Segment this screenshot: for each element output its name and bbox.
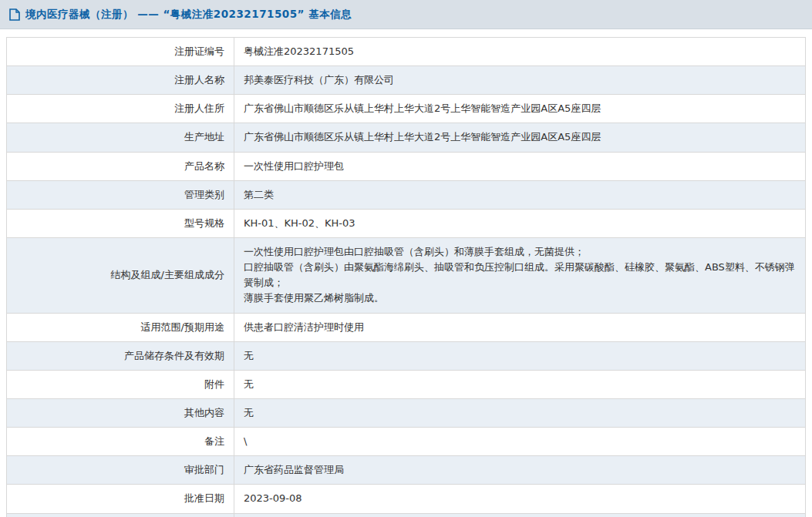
- row-label-text: 备注: [204, 434, 224, 449]
- row-label-text: 管理类别: [184, 187, 224, 203]
- row-value: 广东省佛山市顺德区乐从镇上华村上华大道2号上华智能智造产业园A区A5座四层: [234, 123, 805, 151]
- table-row: 结构及组成/主要组成成分 一次性使用口腔护理包由口腔抽吸管（含刷头）和薄膜手套组…: [7, 238, 805, 314]
- document-icon: [9, 8, 20, 21]
- row-value: 2023-09-08: [234, 514, 805, 517]
- table-row: 审批部门 广东省药品监督管理局: [7, 456, 805, 485]
- row-label: 备注: [7, 428, 234, 455]
- row-value-text: 一次性使用口腔护理包: [244, 159, 344, 174]
- row-label-text: 适用范围/预期用途: [141, 320, 224, 335]
- row-label-text: 其他内容: [184, 405, 224, 421]
- row-label-text: 审批部门: [184, 462, 224, 478]
- row-value-text: 邦美泰医疗科技（广东）有限公司: [244, 72, 394, 88]
- row-value: 广东省佛山市顺德区乐从镇上华村上华大道2号上华智能智造产业园A区A5座四层: [234, 95, 805, 123]
- row-label-text: 注册证编号: [174, 44, 224, 59]
- row-value-text: 广东省药品监督管理局: [244, 462, 344, 478]
- row-value-text: 无: [244, 377, 254, 392]
- row-label-text: 注册人名称: [174, 72, 224, 88]
- row-label: 产品储存条件及有效期: [7, 342, 234, 370]
- row-value-text: 无: [244, 348, 254, 364]
- row-value: 供患者口腔清洁护理时使用: [234, 314, 805, 341]
- row-label: 注册人名称: [7, 66, 234, 94]
- row-label-text: 批准日期: [184, 491, 224, 506]
- table-row: 管理类别 第二类: [7, 181, 805, 210]
- row-label: 结构及组成/主要组成成分: [7, 238, 234, 313]
- row-value-text: 第二类: [244, 187, 274, 203]
- row-label: 适用范围/预期用途: [7, 314, 234, 341]
- row-value: 一次性使用口腔护理包: [234, 153, 805, 180]
- table-row: 注册人住所 广东省佛山市顺德区乐从镇上华村上华大道2号上华智能智造产业园A区A5…: [7, 95, 805, 123]
- row-label: 产品名称: [7, 153, 234, 180]
- row-value: 邦美泰医疗科技（广东）有限公司: [234, 66, 805, 94]
- table-row: 产品储存条件及有效期 无: [7, 342, 805, 371]
- page: 境内医疗器械（注册） —— “粤械注准20232171505” 基本信息 注册证…: [0, 0, 812, 517]
- table-row: 适用范围/预期用途 供患者口腔清洁护理时使用: [7, 314, 805, 342]
- row-value: 第二类: [234, 181, 805, 209]
- row-value-text: 粤械注准20232171505: [244, 44, 354, 59]
- table-row: 生效日期 2023-09-08: [7, 514, 805, 517]
- row-value: 粤械注准20232171505: [234, 38, 805, 65]
- row-label-text: 附件: [204, 377, 224, 392]
- row-value-text: 无: [244, 405, 254, 421]
- row-label-text: 结构及组成/主要组成成分: [111, 267, 224, 283]
- table-row: 附件 无: [7, 371, 805, 399]
- table-row: 其他内容 无: [7, 399, 805, 428]
- row-value: \: [234, 428, 805, 455]
- row-value-text: 供患者口腔清洁护理时使用: [244, 320, 364, 335]
- row-label-text: 产品储存条件及有效期: [124, 348, 224, 364]
- row-value: 无: [234, 371, 805, 398]
- row-value-text: 2023-09-08: [244, 491, 302, 506]
- row-value: 广东省药品监督管理局: [234, 456, 805, 484]
- row-label: 其他内容: [7, 399, 234, 427]
- row-value-text: 一次性使用口腔护理包由口腔抽吸管（含刷头）和薄膜手套组成，无菌提供； 口腔抽吸管…: [244, 244, 796, 307]
- row-label: 生产地址: [7, 123, 234, 151]
- page-title: 境内医疗器械（注册） —— “粤械注准20232171505” 基本信息: [25, 8, 352, 22]
- table-row: 备注 \: [7, 428, 805, 456]
- row-label: 管理类别: [7, 181, 234, 209]
- row-value: 2023-09-08: [234, 485, 805, 512]
- row-value: 一次性使用口腔护理包由口腔抽吸管（含刷头）和薄膜手套组成，无菌提供； 口腔抽吸管…: [234, 238, 805, 313]
- row-label-text: 生产地址: [184, 129, 224, 145]
- header-bar: 境内医疗器械（注册） —— “粤械注准20232171505” 基本信息: [0, 0, 812, 29]
- row-label: 批准日期: [7, 485, 234, 512]
- row-label: 注册人住所: [7, 95, 234, 123]
- row-value-text: \: [244, 434, 247, 449]
- row-value: KH-01、KH-02、KH-03: [234, 210, 805, 237]
- table-row: 注册人名称 邦美泰医疗科技（广东）有限公司: [7, 66, 805, 95]
- row-label: 注册证编号: [7, 38, 234, 65]
- table-row: 注册证编号 粤械注准20232171505: [7, 38, 805, 66]
- info-table: 注册证编号 粤械注准20232171505 注册人名称 邦美泰医疗科技（广东）有…: [6, 37, 806, 517]
- row-value-text: KH-01、KH-02、KH-03: [244, 216, 355, 231]
- table-row: 型号规格 KH-01、KH-02、KH-03: [7, 210, 805, 238]
- row-label-text: 产品名称: [184, 159, 224, 174]
- row-value-text: 广东省佛山市顺德区乐从镇上华村上华大道2号上华智能智造产业园A区A5座四层: [244, 129, 601, 145]
- table-row: 产品名称 一次性使用口腔护理包: [7, 153, 805, 181]
- row-value-text: 广东省佛山市顺德区乐从镇上华村上华大道2号上华智能智造产业园A区A5座四层: [244, 101, 601, 116]
- row-label: 审批部门: [7, 456, 234, 484]
- row-value: 无: [234, 399, 805, 427]
- row-label-text: 注册人住所: [174, 101, 224, 116]
- row-label-text: 型号规格: [184, 216, 224, 231]
- row-label: 型号规格: [7, 210, 234, 237]
- row-value: 无: [234, 342, 805, 370]
- table-row: 批准日期 2023-09-08: [7, 485, 805, 513]
- row-label: 附件: [7, 371, 234, 398]
- row-label: 生效日期: [7, 514, 234, 517]
- table-row: 生产地址 广东省佛山市顺德区乐从镇上华村上华大道2号上华智能智造产业园A区A5座…: [7, 123, 805, 152]
